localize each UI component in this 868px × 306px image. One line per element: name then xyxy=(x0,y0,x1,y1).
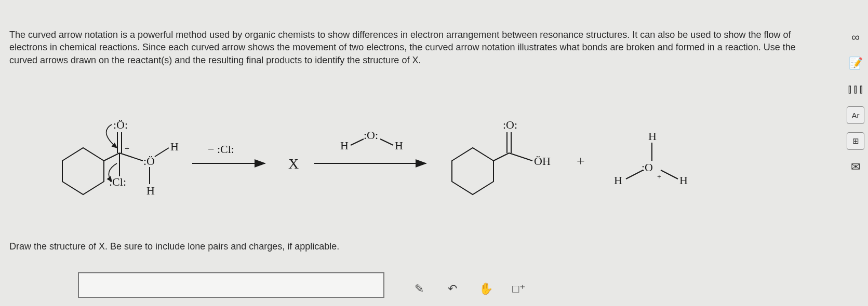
product2-plus-charge: + xyxy=(657,173,661,180)
undo-button[interactable]: ↶ xyxy=(444,280,461,298)
reactant-top-oxygen: :Ö: xyxy=(113,118,128,131)
product2-h-top: H xyxy=(648,130,657,143)
intermediate-x: X xyxy=(288,156,299,172)
draw-tool-button[interactable]: ✎ xyxy=(410,280,428,298)
draw-instruction: Draw the structure of X. Be sure to incl… xyxy=(9,241,339,252)
product2-h-right: H xyxy=(679,174,688,187)
product-1-structure: :O: ÖH xyxy=(452,118,551,194)
reaction-scheme: :Ö: :Cl: + :Ö H H − :Cl: X xyxy=(31,104,790,218)
water-oxygen: :O: xyxy=(364,129,378,142)
svg-line-11 xyxy=(380,139,393,145)
leaving-group-label: − :Cl: xyxy=(208,143,234,156)
plus-sign: + xyxy=(577,153,585,169)
svg-line-18 xyxy=(626,170,643,179)
product2-oxygen: :O xyxy=(642,161,653,174)
hand-tool-button[interactable]: ✋ xyxy=(477,280,495,298)
product1-top-oxygen: :O: xyxy=(503,118,517,131)
svg-line-5 xyxy=(119,153,143,161)
reactant-h-top: H xyxy=(170,140,179,153)
reactant-right-oxygen: :Ö xyxy=(143,155,155,168)
water-h-left: H xyxy=(340,139,349,152)
reactant-plus-charge: + xyxy=(125,144,129,153)
reaction-arrow-2: H :O: H xyxy=(314,129,426,163)
svg-line-16 xyxy=(509,153,532,161)
ar-button[interactable]: Ar xyxy=(847,106,864,124)
reactant-h-bottom: H xyxy=(146,184,155,197)
charge-tool-button[interactable]: □⁺ xyxy=(510,280,528,298)
product2-h-left: H xyxy=(614,174,622,187)
svg-line-6 xyxy=(155,148,169,157)
water-h-right: H xyxy=(395,139,403,152)
bars-icon[interactable]: ⫿⫿⫿ xyxy=(847,80,864,98)
svg-line-1 xyxy=(104,153,119,161)
svg-marker-12 xyxy=(452,148,493,194)
svg-line-10 xyxy=(351,139,364,145)
drawing-toolbar: ✎ ↶ ✋ □⁺ xyxy=(410,280,528,298)
infinity-icon[interactable]: ∞ xyxy=(847,29,864,46)
question-prompt: The curved arrow notation is a powerful … xyxy=(9,29,820,66)
drawing-canvas[interactable] xyxy=(78,272,384,298)
mail-icon[interactable]: ✉ xyxy=(847,158,864,176)
product1-oh: ÖH xyxy=(534,155,551,168)
svg-line-19 xyxy=(661,170,678,179)
reactant-chlorine: :Cl: xyxy=(109,175,126,188)
right-sidebar: ∞ 📝 ⫿⫿⫿ Ar ⊞ ✉ xyxy=(843,29,868,176)
periodic-table-button[interactable]: ⊞ xyxy=(847,132,864,150)
svg-line-13 xyxy=(493,153,509,161)
product-2-structure: :O + H H H xyxy=(614,130,688,187)
note-icon[interactable]: 📝 xyxy=(847,54,864,72)
svg-marker-0 xyxy=(62,148,104,194)
reactant-structure: :Ö: :Cl: + :Ö H H xyxy=(62,118,179,197)
reaction-arrow-1: − :Cl: xyxy=(192,143,265,163)
